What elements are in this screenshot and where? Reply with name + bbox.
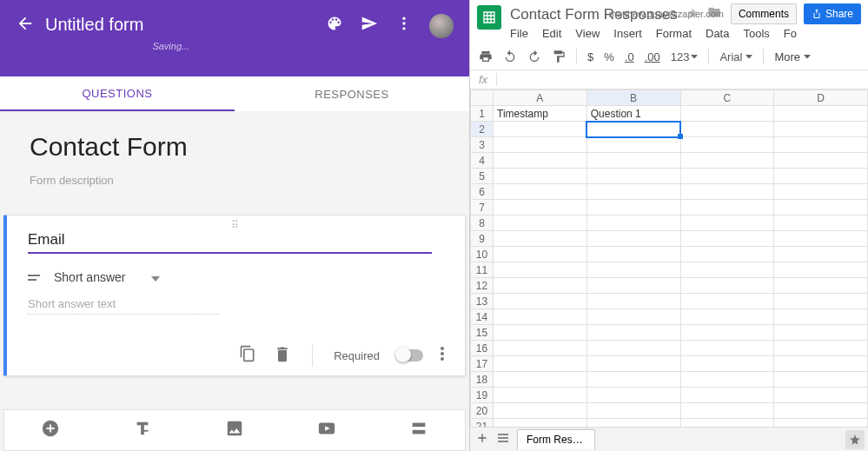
menu-tools[interactable]: Tools xyxy=(743,27,769,40)
formula-input[interactable] xyxy=(497,74,868,86)
row-header[interactable]: 5 xyxy=(471,169,494,184)
cell-A8[interactable] xyxy=(494,216,587,231)
cell-B1[interactable]: Question 1 xyxy=(586,106,680,122)
cell-C20[interactable] xyxy=(680,403,774,419)
cell-D10[interactable] xyxy=(774,247,868,262)
menu-fo[interactable]: Fo xyxy=(784,27,797,40)
cell-C15[interactable] xyxy=(680,325,774,341)
sheet-tab[interactable]: Form Respons xyxy=(517,429,595,449)
menu-data[interactable]: Data xyxy=(706,27,729,40)
cell-A9[interactable] xyxy=(494,231,587,247)
row-header[interactable]: 9 xyxy=(471,231,494,247)
row-header[interactable]: 16 xyxy=(471,341,494,356)
sheets-logo-icon[interactable] xyxy=(477,5,501,30)
cell-B13[interactable] xyxy=(586,294,680,309)
spreadsheet-grid[interactable]: ABCD1TimestampQuestion 12345678910111213… xyxy=(470,90,868,427)
cell-A13[interactable] xyxy=(494,294,587,309)
drag-handle-icon[interactable]: ⠿ xyxy=(231,219,241,231)
cell-D16[interactable] xyxy=(774,341,868,356)
cell-C10[interactable] xyxy=(680,247,774,262)
cell-A2[interactable] xyxy=(494,122,587,137)
cell-A6[interactable] xyxy=(494,184,587,200)
cell-D11[interactable] xyxy=(774,262,868,278)
cell-A19[interactable] xyxy=(494,388,587,403)
font-dropdown[interactable]: Arial xyxy=(719,50,752,63)
col-header[interactable]: D xyxy=(774,90,868,106)
cell-B21[interactable] xyxy=(586,419,680,428)
row-header[interactable]: 3 xyxy=(471,137,494,153)
cell-D14[interactable] xyxy=(774,309,868,325)
menu-view[interactable]: View xyxy=(575,27,600,40)
print-icon[interactable] xyxy=(479,50,493,63)
increase-decimal-button[interactable]: .00 xyxy=(645,50,660,63)
form-description[interactable]: Form description xyxy=(30,174,440,187)
col-header[interactable]: A xyxy=(494,90,587,106)
cell-C16[interactable] xyxy=(680,341,774,356)
form-main-title[interactable]: Contact Form xyxy=(30,132,440,162)
delete-icon[interactable] xyxy=(274,345,291,366)
row-header[interactable]: 21 xyxy=(471,419,494,428)
add-question-icon[interactable] xyxy=(41,419,60,441)
cell-C19[interactable] xyxy=(680,388,774,403)
cell-C5[interactable] xyxy=(680,169,774,184)
add-video-icon[interactable] xyxy=(317,419,336,441)
cell-D9[interactable] xyxy=(774,231,868,247)
cell-D2[interactable] xyxy=(774,122,868,137)
tab-questions[interactable]: QUESTIONS xyxy=(0,76,235,111)
share-button[interactable]: Share xyxy=(804,3,861,24)
row-header[interactable]: 4 xyxy=(471,153,494,169)
cell-B17[interactable] xyxy=(586,356,680,372)
cell-B3[interactable] xyxy=(586,137,680,153)
row-header[interactable]: 20 xyxy=(471,403,494,419)
cell-C9[interactable] xyxy=(680,231,774,247)
send-icon[interactable] xyxy=(360,14,379,33)
cell-A5[interactable] xyxy=(494,169,587,184)
cell-B5[interactable] xyxy=(586,169,680,184)
duplicate-icon[interactable] xyxy=(239,345,256,366)
add-section-icon[interactable] xyxy=(409,419,428,441)
user-email[interactable]: matthew.guay@zapier.com xyxy=(609,9,724,19)
row-header[interactable]: 18 xyxy=(471,372,494,388)
cell-D8[interactable] xyxy=(774,216,868,231)
undo-icon[interactable] xyxy=(503,50,517,63)
explore-icon[interactable] xyxy=(845,430,865,449)
cell-B11[interactable] xyxy=(586,262,680,278)
cell-C12[interactable] xyxy=(680,278,774,294)
cell-D21[interactable] xyxy=(774,419,868,428)
cell-B9[interactable] xyxy=(586,231,680,247)
paint-format-icon[interactable] xyxy=(552,50,566,63)
cell-B2[interactable] xyxy=(586,122,680,137)
add-sheet-icon[interactable] xyxy=(475,431,489,448)
all-sheets-icon[interactable] xyxy=(496,431,510,448)
cell-B8[interactable] xyxy=(586,216,680,231)
cell-D20[interactable] xyxy=(774,403,868,419)
row-header[interactable]: 14 xyxy=(471,309,494,325)
cell-B18[interactable] xyxy=(586,372,680,388)
cell-D18[interactable] xyxy=(774,372,868,388)
cell-B7[interactable] xyxy=(586,200,680,216)
cell-A15[interactable] xyxy=(494,325,587,341)
menu-file[interactable]: File xyxy=(510,27,528,40)
cell-A17[interactable] xyxy=(494,356,587,372)
decrease-decimal-button[interactable]: .0 xyxy=(625,50,634,63)
row-header[interactable]: 11 xyxy=(471,262,494,278)
cell-D6[interactable] xyxy=(774,184,868,200)
add-image-icon[interactable] xyxy=(225,419,244,441)
row-header[interactable]: 12 xyxy=(471,278,494,294)
more-vertical-icon[interactable] xyxy=(394,14,414,33)
fx-label[interactable]: fx xyxy=(470,73,497,86)
cell-A10[interactable] xyxy=(494,247,587,262)
cell-C2[interactable] xyxy=(680,122,774,137)
cell-A3[interactable] xyxy=(494,137,587,153)
row-header[interactable]: 8 xyxy=(471,216,494,231)
cell-B20[interactable] xyxy=(586,403,680,419)
cell-C7[interactable] xyxy=(680,200,774,216)
row-header[interactable]: 15 xyxy=(471,325,494,341)
avatar[interactable] xyxy=(429,14,454,38)
row-header[interactable]: 1 xyxy=(471,106,494,122)
cell-C8[interactable] xyxy=(680,216,774,231)
cell-D15[interactable] xyxy=(774,325,868,341)
cell-D13[interactable] xyxy=(774,294,868,309)
cell-A14[interactable] xyxy=(494,309,587,325)
cell-D3[interactable] xyxy=(774,137,868,153)
